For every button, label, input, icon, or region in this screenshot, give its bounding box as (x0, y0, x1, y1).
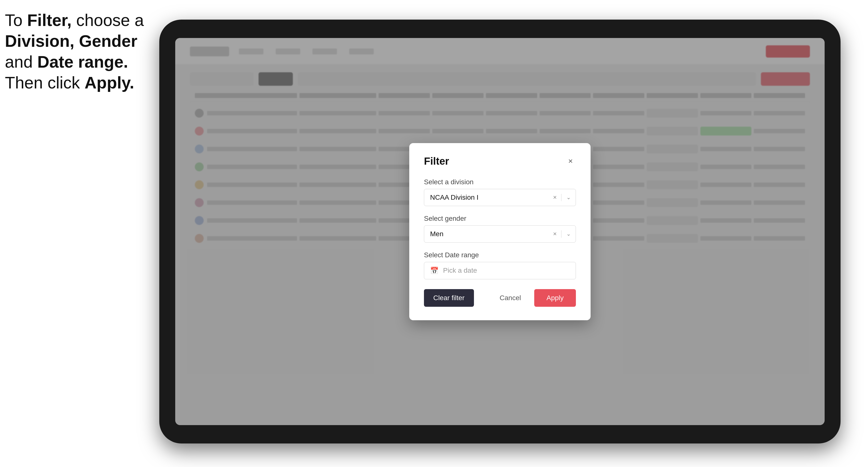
division-value: NCAA Division I (424, 189, 549, 206)
gender-form-group: Select gender Men × ⌄ (424, 215, 576, 243)
instruction-line1: To Filter, choose a (5, 11, 144, 29)
date-label: Select Date range (424, 251, 576, 259)
modal-title: Filter (424, 155, 449, 167)
division-arrow-icon[interactable]: ⌄ (561, 194, 576, 201)
instruction-division-bold: Division, Gender (5, 32, 137, 50)
close-button[interactable]: × (565, 156, 576, 166)
division-select[interactable]: NCAA Division I × ⌄ (424, 189, 576, 206)
calendar-icon: 📅 (430, 267, 439, 275)
instruction-text: To Filter, choose a Division, Gender and… (5, 10, 147, 93)
cancel-button[interactable]: Cancel (492, 289, 528, 307)
instruction-apply-bold: Apply. (85, 73, 134, 92)
modal-footer-right: Cancel Apply (492, 289, 576, 307)
tablet-frame: Filter × Select a division NCAA Division… (159, 20, 841, 443)
instruction-and: and Date range. (5, 53, 128, 71)
modal-footer: Clear filter Cancel Apply (424, 289, 576, 307)
clear-filter-button[interactable]: Clear filter (424, 289, 474, 307)
modal-overlay: Filter × Select a division NCAA Division… (175, 38, 825, 425)
division-clear-icon[interactable]: × (549, 193, 561, 201)
instruction-then: Then click Apply. (5, 73, 134, 92)
filter-modal: Filter × Select a division NCAA Division… (409, 143, 591, 320)
gender-select[interactable]: Men × ⌄ (424, 225, 576, 243)
division-label: Select a division (424, 178, 576, 186)
gender-arrow-icon[interactable]: ⌄ (561, 231, 576, 237)
date-placeholder: Pick a date (443, 267, 477, 274)
apply-button[interactable]: Apply (534, 289, 576, 307)
gender-value: Men (424, 226, 549, 242)
instruction-date-bold: Date range. (37, 53, 128, 71)
tablet-screen: Filter × Select a division NCAA Division… (175, 38, 825, 425)
date-input[interactable]: 📅 Pick a date (424, 262, 576, 279)
division-form-group: Select a division NCAA Division I × ⌄ (424, 178, 576, 206)
modal-header: Filter × (424, 155, 576, 167)
instruction-filter-bold: Filter, (27, 11, 71, 29)
date-form-group: Select Date range 📅 Pick a date (424, 251, 576, 279)
gender-clear-icon[interactable]: × (549, 230, 561, 238)
gender-label: Select gender (424, 215, 576, 222)
